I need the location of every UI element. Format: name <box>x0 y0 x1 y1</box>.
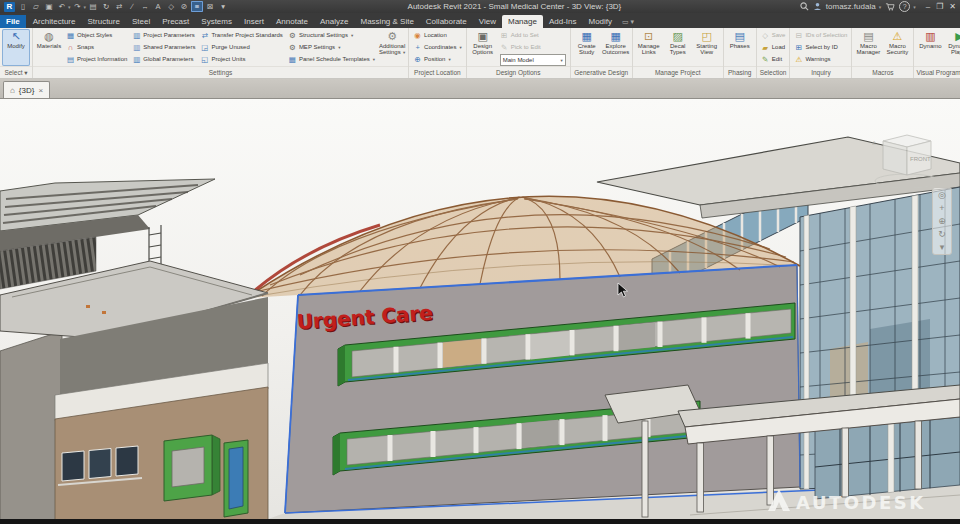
object-styles-button[interactable]: ▦Object Styles <box>64 29 129 41</box>
switch-windows-icon[interactable]: ⇄ <box>113 1 125 12</box>
ids-of-selection-button[interactable]: ⊟IDs of Selection <box>792 29 849 41</box>
edit-selection-button[interactable]: ✎Edit <box>759 53 788 65</box>
signed-in-user[interactable]: tomasz.fudala <box>826 2 876 11</box>
search-icon[interactable] <box>800 2 809 11</box>
tab-manage[interactable]: Manage <box>502 15 543 28</box>
tab-insert[interactable]: Insert <box>238 15 270 28</box>
aligned-dimension-icon[interactable]: ↔ <box>139 1 151 12</box>
orbit-icon[interactable]: ↻ <box>938 229 946 239</box>
pan-icon[interactable]: + <box>939 203 944 213</box>
navbar-more-icon[interactable]: ▾ <box>940 242 945 252</box>
modify-button[interactable]: ↖Modify <box>2 29 30 66</box>
tab-structure[interactable]: Structure <box>81 15 125 28</box>
location-button[interactable]: ◉Location <box>411 29 464 41</box>
print-icon[interactable]: ▤ <box>87 1 99 12</box>
app-store-icon[interactable] <box>885 2 895 11</box>
tab-modify[interactable]: Modify <box>582 15 618 28</box>
transfer-project-standards-button[interactable]: ⇄Transfer Project Standards <box>198 29 284 41</box>
pick-to-edit-button[interactable]: ✎Pick to Edit <box>498 41 568 53</box>
tab-annotate[interactable]: Annotate <box>270 15 314 28</box>
dynamo-button[interactable]: ▥Dynamo <box>916 29 944 66</box>
macro-security-button[interactable]: ⚠Macro Security <box>883 29 911 66</box>
phases-button[interactable]: ▤Phases <box>726 29 754 66</box>
tab-precast[interactable]: Precast <box>156 15 195 28</box>
add-to-set-button[interactable]: ⊞Add to Set <box>498 29 568 41</box>
sync-icon[interactable]: ↻ <box>100 1 112 12</box>
measure-icon[interactable]: ∕ <box>126 1 138 12</box>
project-parameters-button[interactable]: ▥Project Parameters <box>130 29 197 41</box>
tab-steel[interactable]: Steel <box>126 15 156 28</box>
decal-types-button[interactable]: ▨Decal Types <box>664 29 692 66</box>
additional-settings-button[interactable]: ⚙Additional Settings ▾ <box>378 29 406 66</box>
zoom-icon[interactable]: ⊕ <box>938 216 946 226</box>
navigation-bar[interactable]: ◎+⊕↻▾ <box>932 187 952 255</box>
minimize-button[interactable]: – <box>926 2 930 11</box>
close-button[interactable]: ✕ <box>949 2 956 11</box>
structural-settings-button[interactable]: ⚙Structural Settings▾ <box>286 29 377 41</box>
starting-view-button[interactable]: ◰Starting View <box>693 29 721 66</box>
warnings-button[interactable]: ⚠Warnings <box>792 53 849 65</box>
select-by-id-button[interactable]: ⊞Select by ID <box>792 41 849 53</box>
user-menu-arrow[interactable]: ▾ <box>879 4 882 10</box>
active-design-option-select-value: Main Model <box>503 57 534 63</box>
new-file-icon[interactable]: ▯ <box>17 1 29 12</box>
create-study-button[interactable]: ▦Create Study <box>573 29 601 66</box>
user-icon[interactable] <box>813 2 822 11</box>
navigation-wheel-icon[interactable]: ◎ <box>938 190 946 200</box>
save-icon[interactable]: ▣ <box>43 1 55 12</box>
manage-links-button[interactable]: ⊡Manage Links <box>635 29 663 66</box>
help-menu-arrow[interactable]: ▾ <box>913 4 916 10</box>
tab-add-ins[interactable]: Add-Ins <box>543 15 583 28</box>
active-design-option-select[interactable]: Main Model▾ <box>500 54 566 66</box>
view-tab-close-icon[interactable]: × <box>38 86 43 95</box>
tab-file[interactable]: File <box>0 15 26 28</box>
customize-qat-icon[interactable]: ▾ <box>217 1 229 12</box>
viewcube-left-face[interactable] <box>883 141 907 175</box>
undo-icon[interactable]: ↶ <box>56 1 68 12</box>
restore-button[interactable]: ❐ <box>936 2 943 11</box>
load-selection-button[interactable]: ▰Load <box>759 41 788 53</box>
global-parameters-button[interactable]: ▥Global Parameters <box>130 53 197 65</box>
close-hidden-windows-icon[interactable]: ⊠ <box>204 1 216 12</box>
tab-collaborate[interactable]: Collaborate <box>420 15 473 28</box>
mep-settings-button[interactable]: ⚙MEP Settings▾ <box>286 41 377 53</box>
save-selection-button[interactable]: ◇Save <box>759 29 788 41</box>
project-units-button[interactable]: ◱Project Units <box>198 53 284 65</box>
position-button[interactable]: ⊕Position▾ <box>411 53 464 65</box>
revit-logo[interactable]: R <box>4 2 15 12</box>
tab-analyze[interactable]: Analyze <box>314 15 354 28</box>
green-box-window[interactable] <box>164 435 220 501</box>
left-wing-building[interactable] <box>0 179 268 524</box>
explore-outcomes-button[interactable]: ▦Explore Outcomes <box>602 29 630 66</box>
undo-icon-arrow[interactable]: ▾ <box>68 4 71 10</box>
section-icon[interactable]: ⊘ <box>178 1 190 12</box>
help-icon[interactable]: ? <box>899 1 910 12</box>
project-information-button[interactable]: ▤Project Information <box>64 53 129 65</box>
text-icon[interactable]: A <box>152 1 164 12</box>
dynamo-player-button[interactable]: ▶Dynamo Player <box>945 29 960 66</box>
redo-icon[interactable]: ↷ <box>72 1 84 12</box>
coordinates-button[interactable]: +Coordinates▾ <box>411 41 464 53</box>
thin-lines-icon[interactable]: ≡ <box>191 1 203 12</box>
design-options-button[interactable]: ▣Design Options <box>469 29 497 66</box>
main-building-wall[interactable] <box>285 265 800 513</box>
macro-manager-button[interactable]: ▤Macro Manager <box>854 29 882 66</box>
view-tab-3d[interactable]: ⌂ {3D} × <box>3 81 50 98</box>
tab-view[interactable]: View <box>473 15 502 28</box>
ribbon-display-toggle[interactable]: ▭ ▾ <box>622 18 634 28</box>
shared-parameters-button[interactable]: ▥Shared Parameters <box>130 41 197 53</box>
snaps-button[interactable]: ∩Snaps <box>64 41 129 53</box>
tab-systems[interactable]: Systems <box>195 15 238 28</box>
open-icon[interactable]: ▱ <box>30 1 42 12</box>
redo-icon-arrow[interactable]: ▾ <box>84 4 87 10</box>
panel-schedule-templates-button[interactable]: ▦Panel Schedule Templates▾ <box>286 53 377 65</box>
purge-unused-button[interactable]: ◲Purge Unused <box>198 41 284 53</box>
tab-architecture[interactable]: Architecture <box>27 15 82 28</box>
left-gray-wall[interactable] <box>0 331 62 524</box>
viewcube-home-icon[interactable]: ⌂ <box>872 139 876 146</box>
green-frame-door[interactable] <box>224 440 248 517</box>
materials-button[interactable]: ◍Materials <box>35 29 63 66</box>
default-3d-view-icon[interactable]: ◇ <box>165 1 177 12</box>
drawing-area-3d-view[interactable]: Urgent Care Urgent Care <box>0 99 960 524</box>
tab-massing-site[interactable]: Massing & Site <box>354 15 419 28</box>
